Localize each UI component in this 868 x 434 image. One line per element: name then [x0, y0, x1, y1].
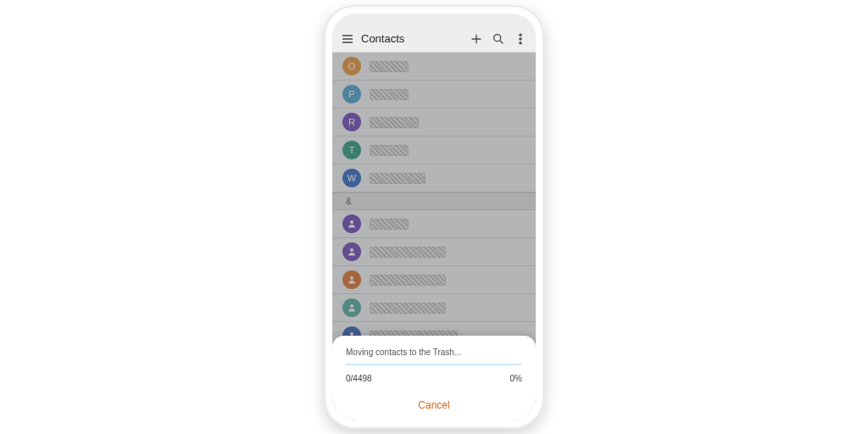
contact-row[interactable]: [332, 210, 536, 238]
contact-avatar: R: [342, 113, 361, 131]
contact-avatar: T: [342, 141, 361, 159]
contact-row[interactable]: [332, 266, 536, 294]
contact-avatar: [342, 270, 361, 289]
contact-name-redacted: [370, 275, 446, 286]
contact-name-redacted: [370, 61, 409, 72]
phone-mockup: Contacts OPRTW&: [324, 5, 544, 429]
progress-percent: 0%: [510, 374, 522, 383]
stage: Contacts OPRTW&: [0, 0, 868, 434]
contact-name-redacted: [370, 145, 409, 156]
more-icon[interactable]: [514, 32, 527, 46]
svg-point-5: [350, 248, 353, 252]
section-header: &: [332, 192, 536, 210]
svg-point-0: [494, 34, 501, 41]
menu-icon[interactable]: [341, 32, 354, 46]
contact-row[interactable]: O: [332, 53, 536, 81]
appbar-actions: [470, 32, 527, 46]
contact-avatar: [342, 298, 361, 317]
contact-name-redacted: [370, 247, 446, 258]
progress-dialog: Moving contacts to the Trash... 0/4498 0…: [332, 336, 536, 420]
page-title: Contacts: [361, 32, 404, 45]
contact-name-redacted: [370, 303, 446, 314]
contact-name-redacted: [370, 117, 419, 128]
contact-row[interactable]: R: [332, 108, 536, 136]
contact-avatar: [342, 242, 361, 261]
contact-row[interactable]: T: [332, 136, 536, 164]
progress-count: 0/4498: [346, 374, 372, 383]
add-icon[interactable]: [470, 32, 483, 46]
svg-point-2: [520, 37, 521, 39]
contact-avatar: O: [342, 57, 361, 75]
contact-row[interactable]: [332, 238, 536, 266]
search-icon[interactable]: [492, 32, 505, 46]
contact-name-redacted: [370, 219, 409, 230]
contact-row[interactable]: [332, 294, 536, 322]
contact-avatar: [342, 214, 361, 233]
contact-avatar: W: [342, 169, 361, 187]
progress-bar: [346, 364, 522, 365]
appbar-left: Contacts: [341, 32, 461, 46]
contact-list-area: OPRTW& Moving contacts to the Trash... 0…: [332, 53, 536, 420]
status-bar: [332, 14, 536, 25]
progress-values: 0/4498 0%: [346, 374, 522, 383]
contact-avatar: P: [342, 85, 361, 103]
svg-point-3: [520, 42, 521, 43]
svg-point-4: [350, 220, 353, 224]
dialog-title: Moving contacts to the Trash...: [346, 348, 522, 357]
contact-row[interactable]: P: [332, 81, 536, 108]
screen: Contacts OPRTW&: [332, 14, 536, 420]
contact-name-redacted: [370, 173, 426, 184]
cancel-button[interactable]: Cancel: [418, 399, 449, 411]
appbar: Contacts: [332, 25, 536, 53]
svg-point-6: [350, 276, 353, 280]
svg-point-1: [520, 34, 521, 36]
contact-row[interactable]: W: [332, 164, 536, 192]
svg-point-7: [350, 304, 353, 308]
contact-name-redacted: [370, 89, 409, 100]
